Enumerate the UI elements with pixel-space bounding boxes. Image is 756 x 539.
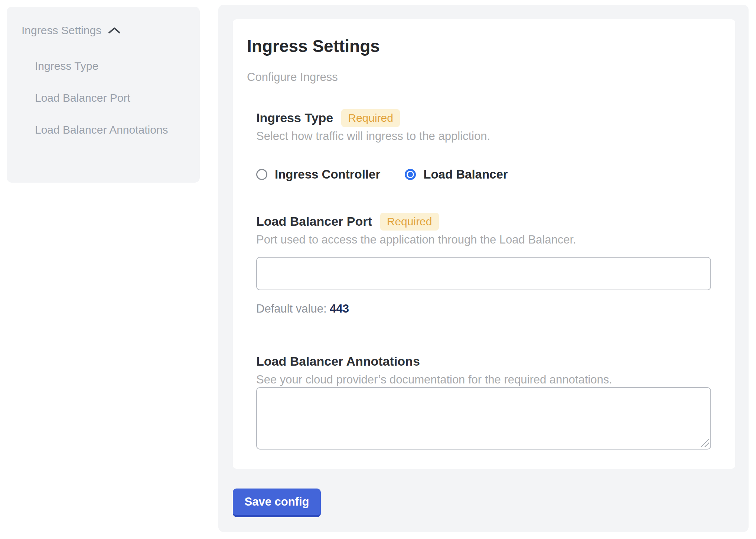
chevron-up-icon: [108, 27, 121, 34]
page-subtitle: Configure Ingress: [247, 70, 721, 85]
radio-option-load-balancer[interactable]: Load Balancer: [405, 167, 508, 182]
radio-option-ingress-controller[interactable]: Ingress Controller: [256, 167, 380, 182]
settings-panel: Ingress Settings Configure Ingress Ingre…: [218, 5, 749, 532]
load-balancer-annotations-textarea[interactable]: [256, 387, 711, 450]
radio-button-icon[interactable]: [405, 169, 416, 180]
section-ingress-type-header: Ingress Type Required: [256, 109, 721, 127]
field-description: Port used to access the application thro…: [256, 232, 721, 247]
sidebar-item-list: Ingress Type Load Balancer Port Load Bal…: [22, 54, 185, 141]
sidebar-item-load-balancer-port[interactable]: Load Balancer Port: [35, 86, 174, 110]
sidebar-section-label: Ingress Settings: [22, 24, 101, 37]
section-load-balancer-port: Load Balancer Port Required Port used to…: [256, 213, 721, 316]
radio-label: Load Balancer: [423, 167, 508, 182]
radio-button-icon[interactable]: [256, 169, 267, 180]
section-ingress-type: Ingress Type Required Select how traffic…: [256, 109, 721, 182]
annotations-textarea-wrapper: [256, 387, 711, 450]
field-label-load-balancer-annotations: Load Balancer Annotations: [256, 354, 420, 369]
required-badge: Required: [341, 109, 400, 127]
field-label-ingress-type: Ingress Type: [256, 111, 333, 125]
ingress-type-radio-group: Ingress Controller Load Balancer: [256, 167, 721, 182]
section-load-balancer-port-header: Load Balancer Port Required: [256, 213, 721, 231]
section-load-balancer-annotations: Load Balancer Annotations See your cloud…: [256, 353, 721, 450]
default-value-label: Default value:: [256, 302, 327, 315]
field-description: Select how traffic will ingress to the a…: [256, 129, 721, 144]
resize-grip-icon[interactable]: [700, 438, 709, 447]
required-badge: Required: [380, 213, 439, 231]
sidebar-item-load-balancer-annotations[interactable]: Load Balancer Annotations: [35, 118, 174, 141]
settings-sidebar: Ingress Settings Ingress Type Load Balan…: [7, 7, 200, 183]
form-sections: Ingress Type Required Select how traffic…: [256, 109, 721, 450]
radio-label: Ingress Controller: [275, 167, 380, 182]
field-description: See your cloud provider’s documentation …: [256, 372, 721, 387]
sidebar-item-ingress-type[interactable]: Ingress Type: [35, 54, 174, 78]
ingress-settings-card: Ingress Settings Configure Ingress Ingre…: [233, 19, 735, 469]
section-load-balancer-annotations-header: Load Balancer Annotations: [256, 353, 721, 370]
load-balancer-port-input[interactable]: [256, 257, 711, 290]
default-value: 443: [330, 302, 349, 315]
page-title: Ingress Settings: [247, 36, 721, 56]
sidebar-section-ingress-settings[interactable]: Ingress Settings: [22, 24, 185, 37]
save-config-button[interactable]: Save config: [233, 489, 321, 517]
default-value-line: Default value: 443: [256, 301, 721, 316]
field-label-load-balancer-port: Load Balancer Port: [256, 214, 372, 229]
